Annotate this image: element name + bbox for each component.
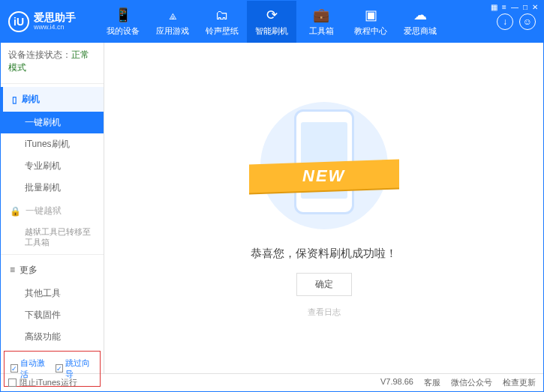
close-icon[interactable]: ✕ [532, 3, 538, 11]
nav-4[interactable]: 💼工具箱 [296, 1, 346, 43]
ctrl-menu-icon[interactable]: ▦ [491, 3, 497, 11]
user-icon[interactable]: ☺ [519, 13, 536, 30]
logo-mark-icon: iU [8, 11, 29, 32]
device-status: 设备连接状态：正常模式 [1, 43, 104, 80]
sidebar-flash-title: 刷机 [22, 93, 40, 106]
main-content: NEW 恭喜您，保资料刷机成功啦！ 确定 查看日志 [104, 43, 543, 373]
minimize-icon[interactable]: — [511, 3, 518, 11]
checkbox-icon [11, 364, 18, 373]
logo: iU 爱思助手 www.i4.cn [8, 11, 98, 32]
titlebar: iU 爱思助手 www.i4.cn 📱我的设备⟁应用游戏🗂铃声壁纸⟳智能刷机💼工… [1, 1, 543, 43]
download-icon[interactable]: ↓ [497, 13, 513, 30]
phone-icon: ▯ [12, 94, 17, 105]
menu-icon: ≡ [10, 265, 15, 275]
nav-5[interactable]: ▣教程中心 [346, 1, 395, 43]
sidebar-flash-item[interactable]: 专业刷机 [1, 155, 104, 177]
jailbreak-note: 越狱工具已转移至工具箱 [1, 223, 104, 251]
nav-label: 铃声壁纸 [206, 25, 239, 37]
maximize-icon[interactable]: □ [523, 3, 527, 11]
success-illustration: NEW [257, 98, 392, 233]
ribbon-text: NEW [302, 166, 345, 186]
service-link[interactable]: 客服 [424, 377, 440, 388]
sidebar-more-item[interactable]: 其他工具 [1, 283, 104, 304]
nav-6[interactable]: ☁爱思商城 [395, 1, 445, 43]
check-update-link[interactable]: 检查更新 [503, 377, 536, 388]
nav-label: 爱思商城 [404, 25, 437, 37]
nav-0[interactable]: 📱我的设备 [98, 1, 148, 43]
app-url: www.i4.cn [34, 24, 76, 31]
sidebar-flash-item[interactable]: 一键刷机 [1, 112, 104, 133]
window-controls: ▦ ≡ — □ ✕ [491, 3, 538, 11]
nav-icon: ⟁ [169, 7, 177, 23]
sidebar: 设备连接状态：正常模式 ▯ 刷机 一键刷机iTunes刷机专业刷机批量刷机 🔒 … [1, 43, 104, 373]
success-message: 恭喜您，保资料刷机成功啦！ [251, 247, 397, 261]
main-nav: 📱我的设备⟁应用游戏🗂铃声壁纸⟳智能刷机💼工具箱▣教程中心☁爱思商城 [98, 1, 497, 43]
sidebar-flash-item[interactable]: iTunes刷机 [1, 133, 104, 155]
nav-2[interactable]: 🗂铃声壁纸 [197, 1, 247, 43]
nav-3[interactable]: ⟳智能刷机 [247, 1, 296, 43]
ctrl-list-icon[interactable]: ≡ [502, 3, 506, 11]
block-itunes-label: 阻止iTunes运行 [20, 377, 77, 388]
nav-icon: ⟳ [266, 7, 278, 23]
sidebar-flash-item[interactable]: 批量刷机 [1, 177, 104, 199]
status-label: 设备连接状态： [8, 49, 71, 60]
version-label: V7.98.66 [380, 377, 413, 388]
nav-icon: ☁ [413, 7, 427, 23]
nav-label: 工具箱 [309, 25, 334, 37]
app-title: 爱思助手 [34, 12, 76, 23]
sidebar-group-flash[interactable]: ▯ 刷机 [1, 87, 104, 112]
nav-label: 智能刷机 [255, 25, 288, 37]
lock-icon: 🔒 [10, 206, 21, 217]
ok-button[interactable]: 确定 [296, 273, 352, 296]
sidebar-more-title: 更多 [20, 264, 38, 277]
nav-icon: 📱 [115, 7, 131, 23]
nav-icon: 🗂 [215, 7, 229, 23]
wechat-link[interactable]: 微信公众号 [451, 377, 492, 388]
checkbox-icon [56, 364, 63, 373]
nav-label: 应用游戏 [156, 25, 189, 37]
checkbox-block-itunes[interactable]: 阻止iTunes运行 [8, 377, 77, 388]
sidebar-group-jailbreak[interactable]: 🔒 一键越狱 [1, 199, 104, 223]
sidebar-group-more[interactable]: ≡ 更多 [1, 258, 104, 283]
nav-icon: 💼 [313, 7, 329, 23]
nav-1[interactable]: ⟁应用游戏 [148, 1, 197, 43]
view-log-link[interactable]: 查看日志 [308, 307, 341, 318]
sidebar-jailbreak-title: 一键越狱 [26, 205, 62, 217]
sidebar-more-item[interactable]: 下载固件 [1, 304, 104, 326]
sidebar-more-item[interactable]: 高级功能 [1, 326, 104, 348]
checkbox-icon [8, 379, 17, 387]
nav-label: 我的设备 [107, 25, 140, 37]
nav-icon: ▣ [365, 7, 377, 23]
nav-label: 教程中心 [354, 25, 387, 37]
